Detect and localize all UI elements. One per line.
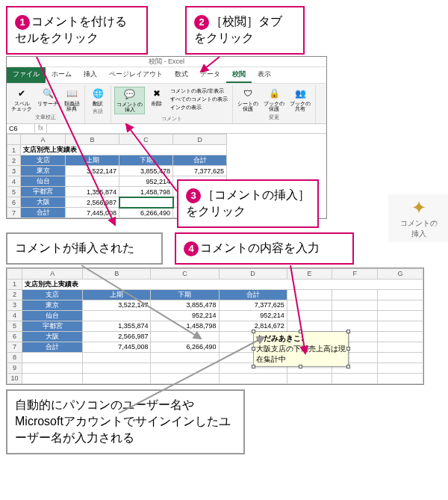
btn-insert-comment[interactable]: 💬コメントの 挿入 bbox=[114, 87, 145, 114]
callout-bottom: 自動的にパソコンのユーザー名やMicrosoftアカウントでサインインしたユーザ… bbox=[6, 389, 245, 454]
window-title: 校閲 - Excel bbox=[149, 57, 184, 67]
callout-4-num: 4 bbox=[184, 241, 199, 256]
excel-window: 校閲 - Excel ファイル ホーム 挿入 ページレイアウト 数式 データ 校… bbox=[6, 56, 327, 219]
tab-layout[interactable]: ページレイアウト bbox=[103, 67, 169, 83]
ribbon-group-proofing: ✔スペル チェック 🔍リサーチ 📖類義語 辞典 文章校正 bbox=[7, 85, 85, 123]
group-lang-label: 言語 bbox=[93, 108, 103, 115]
callout-4-text: コメントの内容を入力 bbox=[200, 241, 320, 254]
callout-1: 1コメントを付ける セルをクリック bbox=[6, 6, 148, 55]
group-proof-label: 文章校正 bbox=[35, 114, 56, 121]
ribbon-tabs: ファイル ホーム 挿入 ページレイアウト 数式 データ 校閲 表示 bbox=[7, 67, 326, 83]
btn-protect-sheet[interactable]: 🛡シートの 保護 bbox=[236, 87, 260, 113]
ribbon-group-changes: 🛡シートの 保護 🔒ブックの 保護 👥ブックの 共有 変更 bbox=[233, 85, 316, 123]
callout-3-line2: をクリック bbox=[186, 205, 246, 217]
btn-share-book[interactable]: 👥ブックの 共有 bbox=[288, 87, 312, 113]
btn-protect-book[interactable]: 🔒ブックの 保護 bbox=[262, 87, 286, 113]
formula-input[interactable] bbox=[47, 124, 326, 133]
btn-translate[interactable]: 🌐翻訳 bbox=[88, 87, 108, 108]
tab-home[interactable]: ホーム bbox=[46, 67, 78, 83]
comment-body: 大阪支店の下期売上高は現在集計中 bbox=[256, 345, 346, 363]
comment-author: さだみあきこ: bbox=[256, 334, 303, 342]
tab-formula[interactable]: 数式 bbox=[169, 67, 194, 83]
callout-4: 4コメントの内容を入力 bbox=[175, 232, 354, 264]
btn-research[interactable]: 🔍リサーチ bbox=[36, 87, 60, 108]
callout-3-line1: ［コメントの挿入］ bbox=[202, 188, 310, 201]
book-icon: 📖 bbox=[65, 87, 78, 101]
callout-inserted: コメントが挿入された bbox=[6, 232, 163, 264]
callout-3: 3［コメントの挿入］ をクリック bbox=[177, 179, 319, 228]
comment-insert-icon: 💬 bbox=[123, 88, 137, 102]
formula-bar: C6 fx bbox=[7, 124, 326, 134]
name-box[interactable]: C6 bbox=[7, 124, 35, 133]
callout-2-line1: ［校閲］タブ bbox=[211, 15, 282, 28]
ribbon-group-comment: 💬コメントの 挿入 ✖削除 コメントの表示/非表示 すべてのコメントの表示 イン… bbox=[111, 85, 233, 123]
lock-icon: 🔒 bbox=[267, 87, 281, 101]
callout-inserted-text: コメントが挿入された bbox=[15, 241, 134, 254]
tab-data[interactable]: データ bbox=[194, 67, 226, 83]
btn-ink[interactable]: インクの表示 bbox=[170, 104, 228, 111]
callout-2-num: 2 bbox=[194, 15, 209, 30]
share-icon: 👥 bbox=[293, 87, 307, 101]
abc-icon: ✔ bbox=[15, 87, 28, 101]
tab-file[interactable]: ファイル bbox=[7, 67, 46, 83]
comment-sparkle-icon: ✦ bbox=[391, 197, 447, 218]
comment-options: コメントの表示/非表示 すべてのコメントの表示 インクの表示 bbox=[169, 87, 229, 112]
callout-3-num: 3 bbox=[186, 188, 201, 203]
btn-toggle-comment[interactable]: コメントの表示/非表示 bbox=[170, 87, 228, 95]
callout-1-line2: セルをクリック bbox=[15, 31, 99, 44]
comment-box[interactable]: さだみあきこ: 大阪支店の下期売上高は現在集計中 bbox=[253, 331, 349, 367]
callout-2-line2: をクリック bbox=[194, 31, 254, 44]
group-comment-label: コメント bbox=[161, 115, 182, 123]
btn-delete-comment[interactable]: ✖削除 bbox=[147, 87, 167, 108]
delete-icon: ✖ bbox=[150, 87, 164, 101]
btn-show-all[interactable]: すべてのコメントの表示 bbox=[170, 96, 228, 103]
callout-2: 2［校閲］タブ をクリック bbox=[185, 6, 305, 55]
group-changes-label: 変更 bbox=[269, 114, 279, 121]
research-icon: 🔍 bbox=[41, 87, 55, 101]
title-bar: 校閲 - Excel bbox=[7, 57, 326, 67]
callout-1-line1: コメントを付ける bbox=[31, 15, 127, 28]
callout-1-num: 1 bbox=[15, 15, 30, 30]
fx-icon[interactable]: fx bbox=[35, 124, 47, 133]
tab-insert[interactable]: 挿入 bbox=[78, 67, 103, 83]
sheet-2[interactable]: ABCDEFG1支店別売上実績表2支店上期下期合計3東京3,522,1473,8… bbox=[7, 268, 423, 384]
callout-bottom-text: 自動的にパソコンのユーザー名やMicrosoftアカウントでサインインしたユーザ… bbox=[15, 398, 231, 445]
btn-thesaurus[interactable]: 📖類義語 辞典 bbox=[62, 87, 81, 113]
btn-spellcheck[interactable]: ✔スペル チェック bbox=[10, 87, 34, 113]
shield-icon: 🛡 bbox=[241, 87, 255, 101]
tab-view[interactable]: 表示 bbox=[252, 67, 277, 83]
sheet-2-wrap: ABCDEFG1支店別売上実績表2支店上期下期合計3東京3,522,1473,8… bbox=[6, 268, 424, 385]
translate-icon: 🌐 bbox=[91, 87, 105, 101]
tab-review[interactable]: 校閲 bbox=[226, 67, 252, 83]
ribbon-group-lang: 🌐翻訳 言語 bbox=[85, 85, 111, 123]
ribbon: ✔スペル チェック 🔍リサーチ 📖類義語 辞典 文章校正 🌐翻訳 言語 💬コメン… bbox=[7, 83, 326, 124]
